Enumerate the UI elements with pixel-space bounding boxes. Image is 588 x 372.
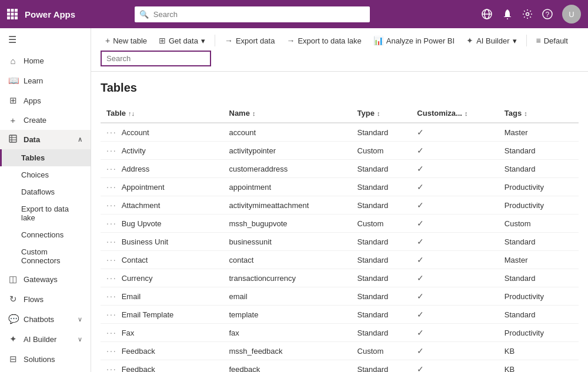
get-data-icon: ⊞: [159, 36, 166, 45]
cell-table: ··· Activity: [101, 142, 223, 160]
cell-tags: Standard: [499, 233, 579, 251]
more-options-icon[interactable]: ···: [106, 310, 117, 319]
sort-custom-icon: ↕: [465, 110, 468, 117]
chevron-up-icon: ∧: [78, 136, 82, 143]
home-icon: ⌂: [8, 56, 18, 66]
get-data-button[interactable]: ⊞ Get data ▾: [154, 33, 210, 48]
col-table[interactable]: Table ↑↓: [101, 104, 223, 123]
more-options-icon[interactable]: ···: [106, 164, 117, 173]
table-row: ··· Currency transactioncurrency Standar…: [101, 269, 579, 287]
export-data-button[interactable]: → Export data: [220, 33, 280, 48]
more-options-icon[interactable]: ···: [106, 291, 117, 301]
bell-icon[interactable]: [502, 9, 513, 19]
cell-name: contact: [223, 251, 352, 269]
cell-table: ··· Bug Upvote: [101, 215, 223, 233]
help-icon[interactable]: ?: [542, 9, 553, 19]
check-icon: ✓: [417, 255, 424, 264]
more-options-icon[interactable]: ···: [106, 182, 117, 192]
sidebar-item-apps[interactable]: ⊞ Apps: [0, 91, 91, 110]
waffle-icon[interactable]: [7, 9, 18, 19]
analyze-power-bi-button[interactable]: 📊 Analyze in Power BI: [369, 33, 459, 48]
sidebar-subitem-connections[interactable]: Connections: [0, 226, 91, 243]
svg-rect-7: [11, 16, 14, 19]
new-table-button[interactable]: + New table: [101, 33, 152, 48]
cell-type: Standard: [352, 178, 412, 196]
cell-customizable: ✓: [411, 215, 498, 233]
table-search-input[interactable]: [101, 51, 211, 66]
sidebar-item-data[interactable]: Data ∧: [0, 130, 91, 149]
more-options-icon[interactable]: ···: [106, 346, 117, 356]
more-options-icon[interactable]: ···: [106, 273, 117, 283]
table-row: ··· Feedback feedback Standard ✓ KB: [101, 360, 579, 373]
svg-rect-5: [15, 13, 18, 16]
check-icon: ✓: [417, 346, 424, 356]
sidebar-item-gateways[interactable]: ◫ Gateways: [0, 269, 91, 289]
more-options-icon[interactable]: ···: [106, 128, 117, 137]
chevron-down-icon: ∨: [78, 336, 82, 343]
cell-customizable: ✓: [411, 160, 498, 178]
more-options-icon[interactable]: ···: [106, 255, 117, 264]
sidebar-item-create[interactable]: + Create: [0, 110, 91, 130]
topbar-icons: ? U: [481, 5, 581, 24]
cell-customizable: ✓: [411, 178, 498, 196]
sidebar-item-home[interactable]: ⌂ Home: [0, 51, 91, 71]
user-avatar[interactable]: U: [562, 5, 581, 24]
table-row: ··· Activity activitypointer Custom ✓ St…: [101, 142, 579, 160]
ai-builder-icon: ✦: [8, 334, 18, 344]
sidebar-item-learn[interactable]: 📖 Learn: [0, 71, 91, 91]
col-type[interactable]: Type ↕: [352, 104, 412, 123]
sidebar-item-chatbots[interactable]: 💬 Chatbots ∨: [0, 309, 91, 329]
ai-dropdown-icon: ▾: [513, 36, 517, 45]
sidebar-subitem-choices[interactable]: Choices: [0, 166, 91, 183]
cell-table: ··· Currency: [101, 269, 223, 287]
learn-icon: 📖: [8, 75, 18, 86]
sidebar-item-solutions[interactable]: ⊟ Solutions: [0, 349, 91, 369]
col-customizable[interactable]: Customiza... ↕: [411, 104, 498, 123]
cell-tags: Master: [499, 123, 579, 142]
solutions-icon: ⊟: [8, 354, 18, 364]
default-button[interactable]: ≡ Default: [532, 33, 573, 48]
table-row: ··· Feedback mssh_feedback Custom ✓ KB: [101, 342, 579, 360]
col-name[interactable]: Name ↕: [223, 104, 352, 123]
sidebar-item-ai-builder[interactable]: ✦ AI Builder ∨: [0, 329, 91, 349]
sidebar-subitem-custom-connectors[interactable]: Custom Connectors: [0, 243, 91, 269]
cell-customizable: ✓: [411, 287, 498, 306]
check-icon: ✓: [417, 219, 424, 228]
more-options-icon[interactable]: ···: [106, 328, 117, 337]
ai-builder-button[interactable]: ✦ AI Builder ▾: [462, 33, 521, 48]
sidebar-item-label: Learn: [24, 76, 82, 85]
sidebar-collapse-button[interactable]: ☰: [0, 28, 91, 51]
environment-icon[interactable]: [481, 8, 493, 20]
get-data-dropdown-icon: ▾: [201, 36, 205, 45]
sidebar-item-devtools[interactable]: ⚙ DevTools ∨: [0, 369, 91, 372]
topbar-search-input[interactable]: [135, 6, 370, 22]
sidebar-subitem-export[interactable]: Export to data lake: [0, 200, 91, 226]
cell-customizable: ✓: [411, 324, 498, 342]
cell-name: template: [223, 306, 352, 324]
cell-type: Custom: [352, 215, 412, 233]
sidebar-item-label: Data: [24, 135, 72, 144]
cell-tags: Productivity: [499, 324, 579, 342]
more-options-icon[interactable]: ···: [106, 200, 117, 210]
cell-customizable: ✓: [411, 251, 498, 269]
more-options-icon[interactable]: ···: [106, 364, 117, 372]
data-submenu: Tables Choices Dataflows Export to data …: [0, 149, 91, 269]
more-options-icon[interactable]: ···: [106, 219, 117, 228]
data-icon: [8, 135, 18, 145]
settings-icon[interactable]: [522, 9, 533, 19]
table-row: ··· Email email Standard ✓ Productivity: [101, 287, 579, 306]
chevron-down-icon: ∨: [78, 316, 82, 323]
table-row: ··· Address customeraddress Standard ✓ S…: [101, 160, 579, 178]
cell-name: appointment: [223, 178, 352, 196]
main-layout: ☰ ⌂ Home 📖 Learn ⊞ Apps + Create Data ∧ …: [0, 28, 588, 372]
sidebar-subitem-tables[interactable]: Tables: [0, 149, 91, 166]
power-bi-icon: 📊: [373, 36, 383, 45]
sidebar-item-flows[interactable]: ↻ Flows: [0, 289, 91, 309]
sidebar-subitem-dataflows[interactable]: Dataflows: [0, 183, 91, 200]
more-options-icon[interactable]: ···: [106, 237, 117, 246]
cell-type: Standard: [352, 251, 412, 269]
cell-tags: Master: [499, 251, 579, 269]
more-options-icon[interactable]: ···: [106, 146, 117, 155]
col-tags[interactable]: Tags ↕: [499, 104, 579, 123]
export-data-lake-button[interactable]: → Export to data lake: [282, 33, 366, 48]
